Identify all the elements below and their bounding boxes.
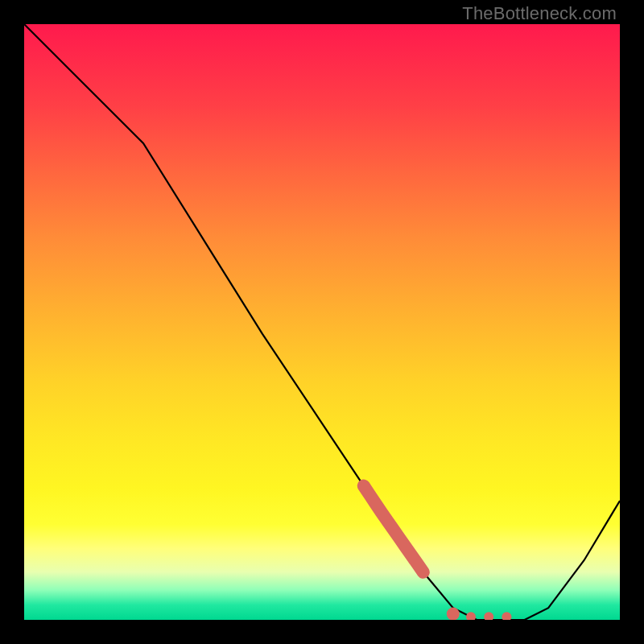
watermark-text: TheBottleneck.com [462,3,617,24]
chart-overlay [24,24,620,620]
floor-dot-markers [447,608,512,620]
highlighted-diagonal-segment [364,486,423,572]
bottleneck-curve [24,24,620,620]
floor-dot [466,612,476,620]
floor-dot [484,612,493,620]
plot-area [24,24,620,620]
floor-dot [502,612,511,620]
floor-dot [447,608,460,620]
